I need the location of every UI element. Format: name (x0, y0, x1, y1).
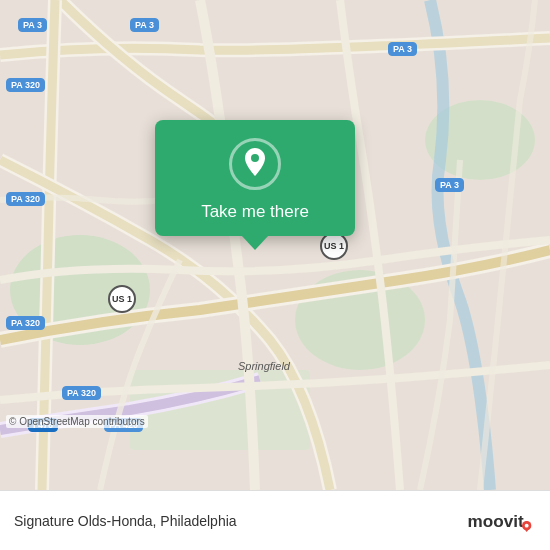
road-badge-pa3-tl: PA 3 (18, 18, 47, 32)
take-me-there-button[interactable]: Take me there (201, 202, 309, 222)
moovit-logo: moovit (466, 507, 536, 535)
road-badge-pa320-bl: PA 320 (6, 316, 45, 330)
business-name: Signature Olds-Honda, Philadelphia (14, 513, 237, 529)
road-badge-pa3-tc: PA 3 (130, 18, 159, 32)
location-icon-circle (229, 138, 281, 190)
svg-point-5 (251, 154, 259, 162)
moovit-logo-svg: moovit (466, 507, 536, 535)
road-badge-pa320-ml: PA 320 (6, 192, 45, 206)
map-attribution: © OpenStreetMap contributors (6, 415, 148, 428)
svg-point-8 (525, 523, 529, 527)
road-badge-us1-ml: US 1 (108, 285, 136, 313)
road-badge-pa3-tr: PA 3 (388, 42, 417, 56)
bottom-bar: Signature Olds-Honda, Philadelphia moovi… (0, 490, 550, 550)
location-pin-icon (241, 148, 269, 180)
road-badge-pa3-cr: PA 3 (435, 178, 464, 192)
road-badge-pa320-tl: PA 320 (6, 78, 45, 92)
map-container: PA 3 PA 3 PA 3 PA 3 PA 320 PA 320 PA 320… (0, 0, 550, 490)
road-badge-us1-mr: US 1 (320, 232, 348, 260)
city-label-springfield: Springfield (238, 360, 290, 372)
svg-text:moovit: moovit (468, 512, 524, 531)
road-badge-pa320-bl2: PA 320 (62, 386, 101, 400)
popup-card[interactable]: Take me there (155, 120, 355, 236)
